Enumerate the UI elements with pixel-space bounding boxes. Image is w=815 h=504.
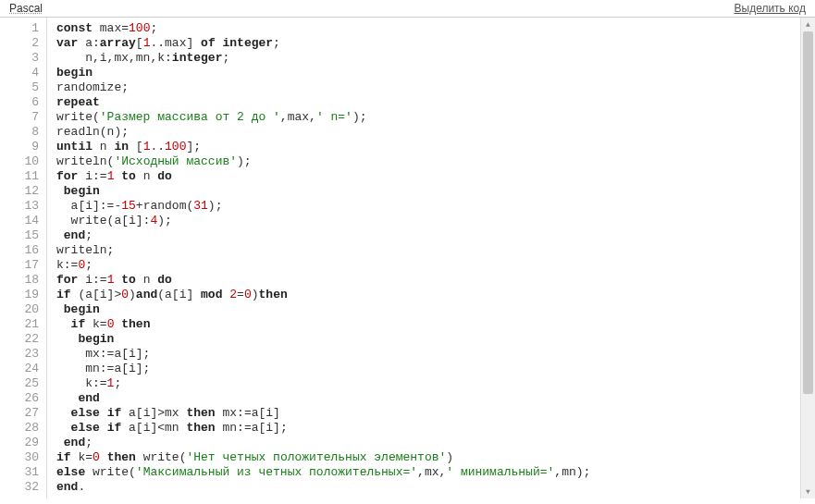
vertical-scrollbar[interactable]: ▲ ▼ xyxy=(800,18,815,498)
line-number: 7 xyxy=(0,110,39,125)
line-number: 27 xyxy=(0,406,39,421)
line-number: 20 xyxy=(0,302,39,317)
code-line: begin xyxy=(56,302,815,317)
code-line: else if a[i]>mx then mx:=a[i] xyxy=(56,406,815,421)
code-line: begin xyxy=(56,66,815,80)
code-line: if k=0 then xyxy=(56,317,815,332)
line-number: 1 xyxy=(0,21,39,36)
code-line: var a:array[1..max] of integer; xyxy=(56,36,815,51)
code-content[interactable]: const max=100;var a:array[1..max] of int… xyxy=(47,18,815,498)
line-number: 16 xyxy=(0,243,39,258)
line-number: 26 xyxy=(0,391,39,406)
code-block: Pascal Выделить код 12345678910111213141… xyxy=(0,0,815,498)
line-number: 2 xyxy=(0,36,39,51)
line-number: 11 xyxy=(0,169,39,184)
line-number: 12 xyxy=(0,184,39,199)
code-line: a[i]:=-15+random(31); xyxy=(56,199,815,214)
code-line: repeat xyxy=(56,95,815,110)
line-number: 5 xyxy=(0,80,39,95)
line-number: 18 xyxy=(0,273,39,288)
code-line: else if a[i]<mn then mn:=a[i]; xyxy=(56,421,815,436)
code-line: begin xyxy=(56,184,815,199)
line-number: 14 xyxy=(0,214,39,228)
line-number: 10 xyxy=(0,154,39,169)
code-line: mn:=a[i]; xyxy=(56,362,815,376)
line-number: 21 xyxy=(0,317,39,332)
code-line: writeln; xyxy=(56,243,815,258)
code-line: until n in [1..100]; xyxy=(56,140,815,154)
line-number: 25 xyxy=(0,376,39,391)
code-line: end xyxy=(56,391,815,406)
code-line: k:=0; xyxy=(56,258,815,273)
line-number: 23 xyxy=(0,347,39,362)
code-line: write('Размер массива от 2 до ',max,' n=… xyxy=(56,110,815,125)
code-line: write(a[i]:4); xyxy=(56,214,815,228)
scrollbar-thumb[interactable] xyxy=(803,31,813,394)
code-line: randomize; xyxy=(56,80,815,95)
line-number: 32 xyxy=(0,480,39,495)
line-number: 9 xyxy=(0,140,39,154)
line-number: 31 xyxy=(0,465,39,480)
code-line: const max=100; xyxy=(56,21,815,36)
code-line: readln(n); xyxy=(56,125,815,140)
line-number: 3 xyxy=(0,51,39,66)
code-line: k:=1; xyxy=(56,376,815,391)
code-line: end. xyxy=(56,480,815,495)
scroll-up-button[interactable]: ▲ xyxy=(801,18,815,31)
code-line: begin xyxy=(56,332,815,347)
line-number: 19 xyxy=(0,288,39,302)
language-label: Pascal xyxy=(9,2,43,15)
line-number: 6 xyxy=(0,95,39,110)
line-number: 4 xyxy=(0,66,39,80)
code-line: end; xyxy=(56,436,815,450)
line-number: 29 xyxy=(0,436,39,450)
code-header: Pascal Выделить код xyxy=(0,0,815,18)
select-code-link[interactable]: Выделить код xyxy=(735,2,807,15)
code-line: else write('Максимальный из четных полож… xyxy=(56,465,815,480)
scrollbar-track[interactable] xyxy=(801,31,815,485)
scroll-down-button[interactable]: ▼ xyxy=(801,485,815,498)
line-number-gutter: 1234567891011121314151617181920212223242… xyxy=(0,18,47,498)
code-line: if k=0 then write('Нет четных положитель… xyxy=(56,450,815,465)
code-area: 1234567891011121314151617181920212223242… xyxy=(0,18,815,498)
line-number: 24 xyxy=(0,362,39,376)
line-number: 8 xyxy=(0,125,39,140)
line-number: 15 xyxy=(0,228,39,243)
line-number: 28 xyxy=(0,421,39,436)
code-line: end; xyxy=(56,228,815,243)
code-line: for i:=1 to n do xyxy=(56,169,815,184)
code-line: mx:=a[i]; xyxy=(56,347,815,362)
line-number: 30 xyxy=(0,450,39,465)
code-line: for i:=1 to n do xyxy=(56,273,815,288)
code-line: if (a[i]>0)and(a[i] mod 2=0)then xyxy=(56,288,815,302)
code-line: writeln('Исходный массив'); xyxy=(56,154,815,169)
line-number: 13 xyxy=(0,199,39,214)
line-number: 22 xyxy=(0,332,39,347)
line-number: 17 xyxy=(0,258,39,273)
code-line: n,i,mx,mn,k:integer; xyxy=(56,51,815,66)
